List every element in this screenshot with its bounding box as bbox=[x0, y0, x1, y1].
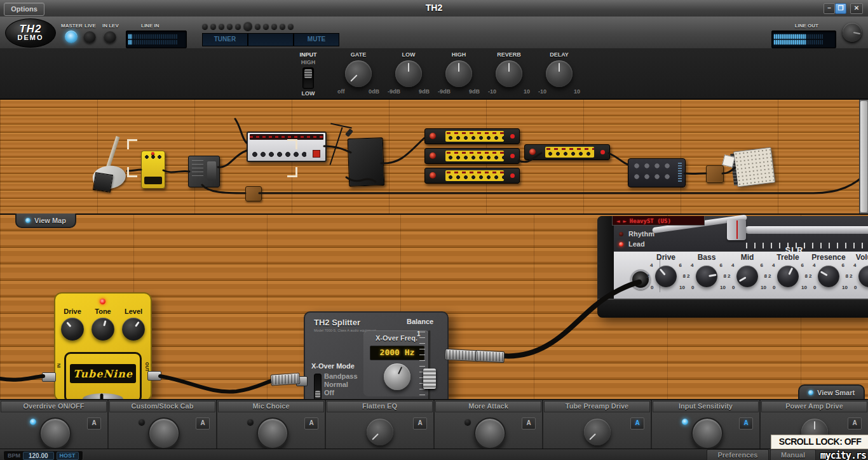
foot-cell-label: Tube Preamp Drive bbox=[544, 401, 650, 412]
live-button[interactable] bbox=[83, 30, 96, 43]
scale-number: 0 bbox=[651, 285, 653, 290]
delay-knob[interactable] bbox=[546, 60, 573, 87]
preset-next-icon[interactable]: ► bbox=[623, 218, 626, 224]
map-device-amp-head[interactable] bbox=[247, 132, 327, 162]
map-device-rack-eq-2[interactable] bbox=[424, 148, 520, 164]
knob-label: REVERB bbox=[484, 51, 534, 58]
map-device-overdrive-pedal[interactable] bbox=[141, 151, 165, 189]
amp-lever-pivot[interactable] bbox=[727, 219, 746, 240]
scrollbar-thumb[interactable] bbox=[860, 101, 867, 212]
high-knob[interactable] bbox=[445, 60, 472, 87]
maximize-button[interactable]: ❐ bbox=[835, 3, 846, 14]
reverb-knob[interactable] bbox=[496, 60, 522, 87]
meter-segment bbox=[806, 34, 808, 39]
amp-knob-volume: Volume0246810 bbox=[849, 253, 868, 297]
amp-preset-display[interactable]: ◄ ► HeavyST (US) bbox=[612, 216, 705, 226]
scale-number: 2 bbox=[687, 273, 689, 279]
view-map-tab[interactable]: View Map bbox=[15, 213, 76, 228]
host-sync-button[interactable]: HOST bbox=[57, 452, 79, 460]
tubenine-pedal[interactable]: Drive Tone Level TubeNine IN OUT bbox=[54, 292, 152, 399]
automation-button[interactable]: A bbox=[196, 417, 210, 430]
in-lev-button[interactable] bbox=[104, 30, 116, 43]
volume-knob[interactable] bbox=[858, 266, 868, 287]
meter-segment bbox=[778, 34, 779, 39]
tone-knob[interactable] bbox=[92, 318, 114, 341]
slr-amplifier[interactable]: ◄ ► HeavyST (US) Rhythm Lead SLR Drive02… bbox=[597, 216, 868, 316]
rhythm-channel-row[interactable]: Rhythm bbox=[619, 230, 654, 238]
footswitch-button[interactable] bbox=[39, 417, 71, 449]
master-volume-knob[interactable] bbox=[843, 23, 862, 42]
title-bar: Options TH2 – ❐ ✕ bbox=[0, 0, 868, 17]
mode-option-off[interactable]: Off bbox=[324, 389, 334, 396]
map-scrollbar[interactable] bbox=[859, 100, 868, 213]
footswitch-button[interactable] bbox=[257, 417, 288, 449]
mute-button[interactable]: MUTE bbox=[294, 33, 339, 46]
treble-knob[interactable] bbox=[777, 266, 799, 287]
meter-segment bbox=[793, 34, 794, 39]
map-device-rack-eq-3[interactable] bbox=[424, 168, 520, 184]
meter-segment bbox=[166, 34, 168, 39]
automation-button[interactable]: A bbox=[739, 417, 753, 430]
mode-option-normal[interactable]: Normal bbox=[324, 381, 348, 388]
rack-logo bbox=[430, 133, 436, 139]
drive-knob[interactable] bbox=[61, 318, 84, 341]
meter-row bbox=[128, 34, 184, 39]
rack-logo bbox=[529, 149, 536, 155]
meter-segment bbox=[795, 40, 796, 44]
map-device-tuner-box[interactable] bbox=[93, 172, 113, 193]
rack-power-led bbox=[510, 154, 515, 158]
minimize-button[interactable]: – bbox=[824, 3, 835, 14]
gate-knob[interactable] bbox=[345, 60, 372, 87]
presence-knob[interactable] bbox=[818, 266, 839, 287]
amp-left-edge bbox=[597, 216, 614, 299]
level-knob[interactable] bbox=[122, 318, 145, 341]
bass-knob[interactable] bbox=[696, 266, 717, 287]
xover-freq-knob[interactable] bbox=[384, 363, 410, 390]
scale-number: 8 bbox=[724, 273, 726, 279]
slider-thumb[interactable] bbox=[423, 369, 436, 389]
view-smart-tab[interactable]: View Smart bbox=[798, 384, 865, 399]
map-device-fx-unit[interactable] bbox=[628, 158, 686, 187]
rack-power-led bbox=[600, 150, 605, 154]
map-junction-box[interactable] bbox=[706, 165, 724, 183]
master-button[interactable] bbox=[65, 30, 78, 43]
foot-knob[interactable] bbox=[584, 419, 611, 445]
automation-button[interactable]: A bbox=[522, 417, 536, 430]
map-device-mixer[interactable] bbox=[733, 147, 775, 187]
scale-number: 6 bbox=[720, 262, 722, 268]
automation-button[interactable]: A bbox=[87, 417, 101, 430]
meter-segment bbox=[130, 40, 132, 44]
bpm-value[interactable]: 120.00 bbox=[23, 452, 54, 460]
map-device-splitter-box[interactable] bbox=[188, 156, 220, 187]
automation-button[interactable]: A bbox=[304, 417, 318, 430]
footswitch-button[interactable] bbox=[691, 417, 723, 449]
automation-button[interactable]: A bbox=[413, 417, 427, 430]
preferences-button[interactable]: Preferences bbox=[707, 449, 769, 460]
selection-bracket bbox=[287, 167, 297, 177]
low-knob[interactable] bbox=[395, 60, 422, 87]
preset-prev-icon[interactable]: ◄ bbox=[616, 218, 620, 224]
close-button[interactable]: ✕ bbox=[850, 3, 863, 14]
foot-led bbox=[682, 419, 688, 425]
automation-button[interactable]: A bbox=[848, 417, 862, 430]
meter-segment bbox=[168, 40, 170, 44]
xover-mode-switch[interactable] bbox=[314, 374, 322, 399]
footswitch-button[interactable] bbox=[474, 417, 506, 449]
mid-knob[interactable] bbox=[736, 266, 758, 287]
mode-option-bandpass[interactable]: Bandpass bbox=[324, 372, 358, 380]
drive-knob[interactable] bbox=[655, 266, 677, 287]
balance-slider[interactable]: 1 bbox=[417, 329, 442, 399]
foot-knob[interactable] bbox=[367, 419, 393, 445]
pedal-footswitch[interactable] bbox=[83, 393, 123, 399]
map-device-rack-eq-1[interactable] bbox=[424, 128, 520, 144]
automation-button[interactable]: A bbox=[630, 417, 644, 430]
tuner-button[interactable]: TUNER bbox=[202, 33, 248, 46]
th2-splitter[interactable]: TH2 Splitter Model 7000-S, Class A audio… bbox=[304, 311, 449, 399]
lead-channel-row[interactable]: Lead bbox=[619, 240, 645, 248]
map-device-rack-eq-4[interactable] bbox=[524, 144, 610, 160]
footswitch-button[interactable] bbox=[148, 417, 180, 449]
map-junction-box[interactable] bbox=[245, 186, 262, 201]
amp-lever-bar[interactable] bbox=[745, 226, 868, 234]
map-device-cabinet[interactable] bbox=[348, 137, 385, 187]
manual-button[interactable]: Manual bbox=[770, 449, 816, 460]
